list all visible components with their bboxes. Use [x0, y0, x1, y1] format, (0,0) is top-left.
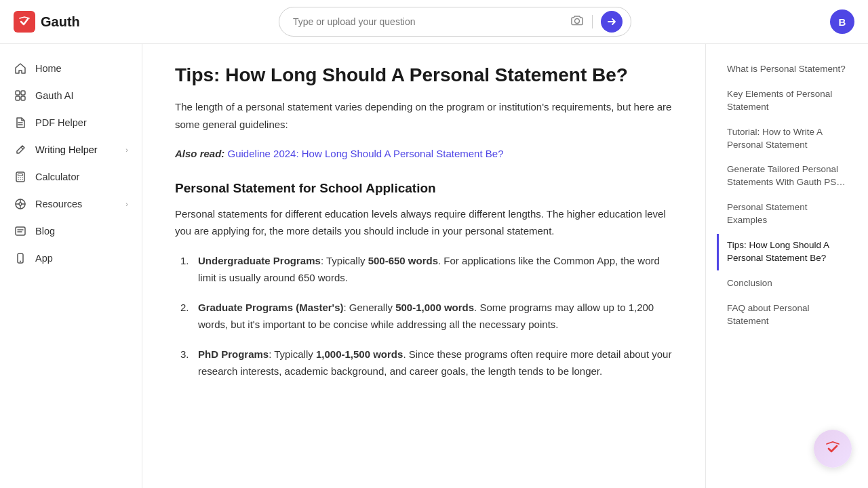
sidebar-label-calculator: Calculator: [35, 171, 79, 182]
search-input[interactable]: [293, 16, 565, 27]
search-divider: [592, 15, 593, 28]
sidebar-item-pdf-helper[interactable]: PDF Helper: [0, 109, 142, 136]
list-title-1: Undergraduate Programs: [198, 255, 321, 266]
svg-rect-22: [16, 227, 25, 235]
list-sep-3: : Typically: [269, 348, 316, 360]
pdf-helper-icon: [14, 116, 27, 129]
avatar[interactable]: B: [830, 9, 854, 34]
gauth-ai-icon: [14, 89, 27, 102]
also-read-link[interactable]: Guideline 2024: How Long Should A Person…: [228, 148, 504, 159]
list-item: 2. Graduate Programs (Master's): General…: [180, 299, 673, 333]
logo-icon: [14, 11, 35, 33]
svg-rect-3: [16, 96, 20, 100]
sidebar-item-app[interactable]: App: [0, 245, 142, 272]
list-bold-1: 500-650 words: [368, 255, 438, 266]
search-submit-button[interactable]: [601, 11, 623, 33]
list-num-3: 3.: [180, 346, 193, 380]
camera-icon[interactable]: [570, 14, 584, 30]
sidebar: Home Gauth AI PD: [0, 44, 142, 488]
blog-icon: [14, 224, 27, 238]
list-item: 3. PhD Programs: Typically 1,000-1,500 w…: [180, 346, 673, 380]
svg-point-26: [20, 261, 21, 262]
layout: Home Gauth AI PD: [0, 44, 868, 488]
svg-point-10: [18, 177, 19, 178]
sidebar-item-home[interactable]: Home: [0, 55, 142, 82]
sidebar-label-app: App: [35, 253, 53, 264]
toc-item-tutorial[interactable]: Tutorial: How to Write A Personal Statem…: [717, 121, 857, 157]
list-content-3: PhD Programs: Typically 1,000-1,500 word…: [198, 346, 673, 380]
svg-rect-4: [21, 96, 25, 100]
svg-point-14: [20, 179, 21, 180]
float-action-button[interactable]: [814, 430, 852, 468]
toc-item-key-elements[interactable]: Key Elements of Personal Statement: [717, 83, 857, 119]
svg-point-13: [18, 179, 19, 180]
svg-point-0: [574, 19, 579, 24]
list-items: 1. Undergraduate Programs: Typically 500…: [175, 252, 673, 380]
sidebar-label-gauth-ai: Gauth AI: [35, 90, 73, 101]
toc-item-faq[interactable]: FAQ about Personal Statement: [717, 297, 857, 333]
list-sep-2: : Generally: [343, 302, 395, 313]
search-bar: [279, 7, 631, 37]
svg-line-7: [21, 147, 23, 149]
logo-text: Gauth: [41, 14, 80, 30]
list-title-3: PhD Programs: [198, 348, 269, 360]
sidebar-item-resources[interactable]: Resources ›: [0, 190, 142, 218]
writing-helper-icon: [14, 143, 27, 157]
svg-rect-2: [21, 91, 25, 95]
sidebar-label-resources: Resources: [35, 199, 82, 209]
sidebar-item-blog[interactable]: Blog: [0, 218, 142, 245]
list-bold-2: 500-1,000 words: [395, 302, 474, 313]
list-content-2: Graduate Programs (Master's): Generally …: [198, 299, 673, 333]
svg-point-15: [22, 179, 23, 180]
sidebar-item-calculator[interactable]: Calculator: [0, 163, 142, 190]
home-icon: [14, 62, 27, 75]
table-of-contents: What is Personal Statement? Key Elements…: [705, 44, 868, 488]
svg-point-12: [22, 177, 23, 178]
writing-helper-chevron-icon: ›: [125, 146, 128, 154]
calculator-icon: [14, 170, 27, 184]
toc-item-conclusion[interactable]: Conclusion: [717, 272, 857, 296]
article-title: Tips: How Long Should A Personal Stateme…: [175, 63, 673, 87]
sidebar-label-blog: Blog: [35, 226, 55, 237]
resources-chevron-icon: ›: [125, 200, 128, 208]
list-title-2: Graduate Programs (Master's): [198, 302, 343, 313]
svg-rect-1: [16, 91, 20, 95]
toc-item-generate[interactable]: Generate Tailored Personal Statements Wi…: [717, 158, 857, 195]
toc-item-examples[interactable]: Personal Statement Examples: [717, 196, 857, 232]
sidebar-label-home: Home: [35, 63, 62, 74]
list-item: 1. Undergraduate Programs: Typically 500…: [180, 252, 673, 287]
sidebar-item-writing-helper[interactable]: Writing Helper ›: [0, 136, 142, 163]
list-content-1: Undergraduate Programs: Typically 500-65…: [198, 252, 673, 287]
article-intro: The length of a personal statement varie…: [175, 98, 673, 133]
main-content: Tips: How Long Should A Personal Stateme…: [142, 44, 705, 488]
toc-item-what-is[interactable]: What is Personal Statement?: [717, 58, 857, 81]
header: Gauth B: [0, 0, 868, 44]
list-num-1: 1.: [180, 252, 193, 287]
svg-point-11: [20, 177, 21, 178]
also-read-label: Also read:: [175, 148, 224, 159]
section1-text: Personal statements for different educat…: [175, 205, 673, 240]
sidebar-item-gauth-ai[interactable]: Gauth AI: [0, 82, 142, 109]
svg-rect-9: [18, 174, 23, 176]
list-bold-3: 1,000-1,500 words: [316, 348, 403, 360]
sidebar-label-pdf-helper: PDF Helper: [35, 117, 87, 128]
logo[interactable]: Gauth: [14, 11, 80, 33]
also-read: Also read: Guideline 2024: How Long Shou…: [175, 146, 673, 162]
list-num-2: 2.: [180, 299, 193, 333]
toc-item-tips[interactable]: Tips: How Long Should A Personal Stateme…: [717, 234, 857, 270]
list-sep-1: : Typically: [321, 255, 368, 266]
resources-icon: [14, 197, 27, 211]
app-icon: [14, 251, 27, 265]
sidebar-label-writing-helper: Writing Helper: [35, 144, 98, 155]
section1-title: Personal Statement for School Applicatio…: [175, 181, 673, 196]
